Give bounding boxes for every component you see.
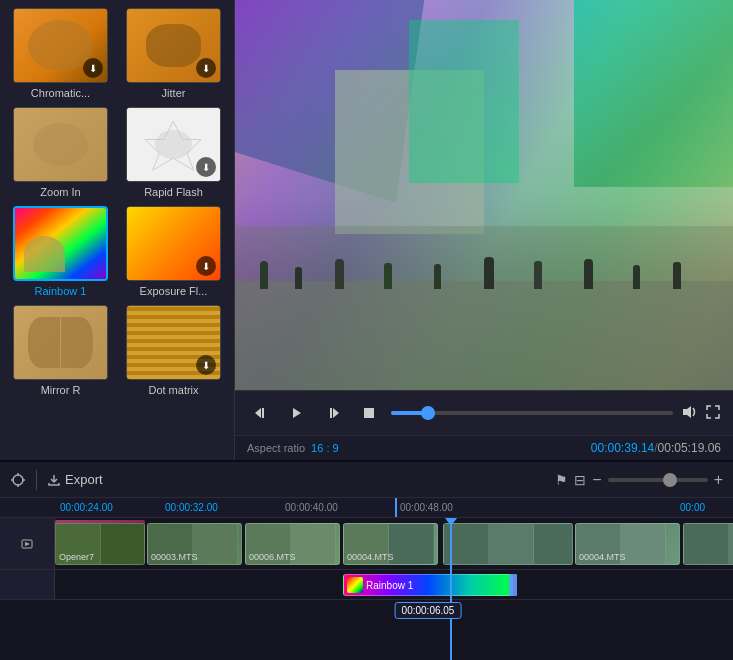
video-clip-06mts[interactable]: 00006.MTS	[245, 523, 340, 565]
timeline-ruler: 00:00:24.00 00:00:32.00 00:00:40.00 00:0…	[0, 498, 733, 518]
timeline-tracks: Opener7 00003.MTS 00006.MTS	[0, 518, 733, 660]
download-icon-exposurefl[interactable]: ⬇	[196, 256, 216, 276]
zoom-thumb[interactable]	[663, 473, 677, 487]
fullscreen-button[interactable]	[705, 404, 721, 423]
clip-label-04mts-2: 00004.MTS	[579, 552, 626, 562]
street-scene	[235, 0, 733, 390]
effect-item-rainbow[interactable]: Rainbow 1	[8, 206, 113, 297]
svg-point-6	[13, 475, 23, 485]
svg-marker-2	[293, 408, 301, 418]
snap-button[interactable]	[10, 472, 26, 488]
main-layout: ⬇ Chromatic... ⬇ Jitter Zoom In	[0, 0, 733, 460]
playback-controls	[235, 390, 733, 435]
clip-label-opener: Opener7	[59, 552, 94, 562]
time-tooltip: 00:00:06.05	[395, 602, 462, 619]
timeline-playhead-ruler	[395, 498, 397, 517]
time-total: 00:05:19.06	[658, 441, 721, 455]
effect-item-dotmatrix[interactable]: ⬇ Dot matrix	[121, 305, 226, 396]
export-label: Export	[65, 472, 103, 487]
clip-label-03mts: 00003.MTS	[151, 552, 198, 562]
ruler-time-32: 00:00:32.00	[165, 502, 218, 513]
effect-item-exposurefl[interactable]: ⬇ Exposure Fl...	[121, 206, 226, 297]
progress-thumb[interactable]	[421, 406, 435, 420]
effect-label-rainbow: Rainbow 1	[35, 285, 87, 297]
toolbar-separator	[36, 470, 37, 490]
aspect-ratio-value: 16 : 9	[311, 442, 339, 454]
video-clip-opener[interactable]: Opener7	[55, 523, 145, 565]
effect-track-row: Rainbow 1 00:00:06.05	[0, 570, 733, 600]
preview-panel: Aspect ratio 16 : 9 00:00:39.14 / 00:05:…	[235, 0, 733, 460]
clip-label-04mts-1: 00004.MTS	[347, 552, 394, 562]
effect-thumbnail-rainbow	[13, 206, 108, 281]
effect-label-exposurefl: Exposure Fl...	[140, 285, 208, 297]
effect-thumbnail-exposurefl: ⬇	[126, 206, 221, 281]
timeline-playhead	[450, 518, 452, 660]
effect-label-mirrorr: Mirror R	[41, 384, 81, 396]
ruler-time-48: 00:00:48.00	[400, 502, 453, 513]
download-icon-dotmatrix[interactable]: ⬇	[196, 355, 216, 375]
effects-panel: ⬇ Chromatic... ⬇ Jitter Zoom In	[0, 0, 235, 460]
timeline-toolbar: Export ⚑ ⊟ − +	[0, 462, 733, 498]
video-clip-03mts[interactable]: 00003.MTS	[147, 523, 242, 565]
effect-item-mirrorr[interactable]: Mirror R	[8, 305, 113, 396]
effect-label-dotmatrix: Dot matrix	[148, 384, 198, 396]
ruler-time-end: 00:00	[680, 502, 705, 513]
ruler-time-40: 00:00:40.00	[285, 502, 338, 513]
timeline-section: Export ⚑ ⊟ − + 00:00:24.00 00:00:32.00 0…	[0, 460, 733, 660]
effect-clip-handle[interactable]	[509, 574, 517, 596]
effect-thumbnail-chromatic: ⬇	[13, 8, 108, 83]
flag-icon[interactable]: ⚑	[555, 472, 568, 488]
svg-rect-4	[330, 408, 332, 418]
volume-button[interactable]	[681, 404, 697, 423]
ruler-time-24: 00:00:24.00	[60, 502, 113, 513]
video-clip-last[interactable]	[683, 523, 733, 565]
effect-thumbnail-mirrorr	[13, 305, 108, 380]
effect-label-chromatic: Chromatic...	[31, 87, 90, 99]
play-button[interactable]	[283, 399, 311, 427]
effect-item-chromatic[interactable]: ⬇ Chromatic...	[8, 8, 113, 99]
svg-marker-3	[333, 408, 339, 418]
effect-label-zoomin: Zoom In	[40, 186, 80, 198]
zoom-slider[interactable]	[608, 478, 708, 482]
video-clip-04mts-1[interactable]: 00004.MTS	[343, 523, 438, 565]
time-current: 00:00:39.14	[591, 441, 654, 455]
zoom-in-button[interactable]: +	[714, 471, 723, 489]
track-content-video: Opener7 00003.MTS 00006.MTS	[55, 518, 733, 569]
svg-marker-12	[25, 542, 30, 546]
svg-marker-0	[255, 408, 261, 418]
clip-label-06mts: 00006.MTS	[249, 552, 296, 562]
svg-rect-5	[364, 408, 374, 418]
download-icon-jitter[interactable]: ⬇	[196, 58, 216, 78]
download-icon-chromatic[interactable]: ⬇	[83, 58, 103, 78]
rainbow-effect-clip[interactable]: Rainbow 1 00:00:06.05	[343, 574, 513, 596]
forward-button[interactable]	[319, 399, 347, 427]
effect-thumbnail-rapidflash: ⬇	[126, 107, 221, 182]
progress-bar[interactable]	[391, 411, 673, 415]
video-clip-04mts-2[interactable]: 00004.MTS	[575, 523, 680, 565]
svg-rect-1	[262, 408, 264, 418]
video-track-row: Opener7 00003.MTS 00006.MTS	[0, 518, 733, 570]
track-label-video	[0, 518, 55, 569]
effect-thumbnail-zoomin	[13, 107, 108, 182]
aspect-ratio-label: Aspect ratio	[247, 442, 305, 454]
rewind-button[interactable]	[247, 399, 275, 427]
video-clip-middle[interactable]	[443, 523, 573, 565]
effect-label-rapidflash: Rapid Flash	[144, 186, 203, 198]
rainbow-clip-icon	[347, 577, 363, 593]
effects-grid: ⬇ Chromatic... ⬇ Jitter Zoom In	[8, 8, 226, 396]
effect-item-jitter[interactable]: ⬇ Jitter	[121, 8, 226, 99]
effect-label-jitter: Jitter	[162, 87, 186, 99]
download-icon-rapidflash[interactable]: ⬇	[196, 157, 216, 177]
stop-button[interactable]	[355, 399, 383, 427]
video-preview	[235, 0, 733, 390]
rainbow-clip-label: Rainbow 1	[363, 580, 416, 591]
split-icon[interactable]: ⊟	[574, 472, 586, 488]
track-label-effect	[0, 570, 55, 599]
effect-thumbnail-dotmatrix: ⬇	[126, 305, 221, 380]
zoom-out-button[interactable]: −	[592, 471, 601, 489]
aspect-bar: Aspect ratio 16 : 9 00:00:39.14 / 00:05:…	[235, 435, 733, 460]
effect-item-rapidflash[interactable]: ⬇ Rapid Flash	[121, 107, 226, 198]
effect-thumbnail-jitter: ⬇	[126, 8, 221, 83]
effect-item-zoomin[interactable]: Zoom In	[8, 107, 113, 198]
export-button[interactable]: Export	[47, 472, 103, 487]
